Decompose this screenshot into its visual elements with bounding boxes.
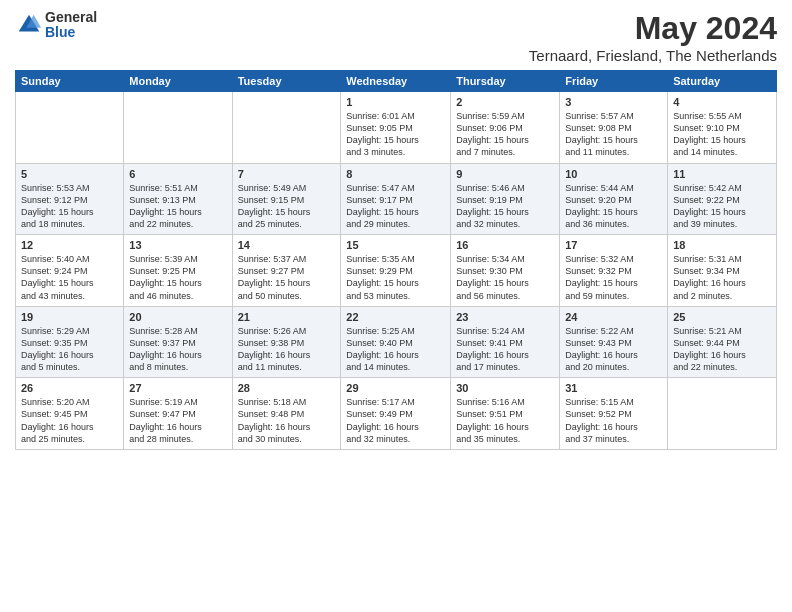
- day-number: 11: [673, 168, 771, 180]
- col-thursday: Thursday: [451, 71, 560, 92]
- day-info: Sunrise: 5:49 AM Sunset: 9:15 PM Dayligh…: [238, 182, 336, 231]
- day-info: Sunrise: 5:17 AM Sunset: 9:49 PM Dayligh…: [346, 396, 445, 445]
- day-info: Sunrise: 6:01 AM Sunset: 9:05 PM Dayligh…: [346, 110, 445, 159]
- day-number: 10: [565, 168, 662, 180]
- day-info: Sunrise: 5:20 AM Sunset: 9:45 PM Dayligh…: [21, 396, 118, 445]
- day-number: 28: [238, 382, 336, 394]
- calendar-cell: [232, 92, 341, 164]
- calendar-cell: 24Sunrise: 5:22 AM Sunset: 9:43 PM Dayli…: [560, 306, 668, 378]
- calendar-cell: 16Sunrise: 5:34 AM Sunset: 9:30 PM Dayli…: [451, 235, 560, 307]
- day-info: Sunrise: 5:55 AM Sunset: 9:10 PM Dayligh…: [673, 110, 771, 159]
- calendar-cell: 31Sunrise: 5:15 AM Sunset: 9:52 PM Dayli…: [560, 378, 668, 450]
- calendar-cell: 17Sunrise: 5:32 AM Sunset: 9:32 PM Dayli…: [560, 235, 668, 307]
- calendar-cell: 8Sunrise: 5:47 AM Sunset: 9:17 PM Daylig…: [341, 163, 451, 235]
- col-monday: Monday: [124, 71, 232, 92]
- day-number: 21: [238, 311, 336, 323]
- calendar-cell: 7Sunrise: 5:49 AM Sunset: 9:15 PM Daylig…: [232, 163, 341, 235]
- calendar-cell: 11Sunrise: 5:42 AM Sunset: 9:22 PM Dayli…: [668, 163, 777, 235]
- col-tuesday: Tuesday: [232, 71, 341, 92]
- calendar-cell: [668, 378, 777, 450]
- calendar-cell: 2Sunrise: 5:59 AM Sunset: 9:06 PM Daylig…: [451, 92, 560, 164]
- day-info: Sunrise: 5:26 AM Sunset: 9:38 PM Dayligh…: [238, 325, 336, 374]
- logo-icon: [15, 11, 43, 39]
- calendar-cell: 14Sunrise: 5:37 AM Sunset: 9:27 PM Dayli…: [232, 235, 341, 307]
- day-info: Sunrise: 5:15 AM Sunset: 9:52 PM Dayligh…: [565, 396, 662, 445]
- calendar-cell: 23Sunrise: 5:24 AM Sunset: 9:41 PM Dayli…: [451, 306, 560, 378]
- day-number: 25: [673, 311, 771, 323]
- calendar-cell: 29Sunrise: 5:17 AM Sunset: 9:49 PM Dayli…: [341, 378, 451, 450]
- day-info: Sunrise: 5:37 AM Sunset: 9:27 PM Dayligh…: [238, 253, 336, 302]
- day-info: Sunrise: 5:19 AM Sunset: 9:47 PM Dayligh…: [129, 396, 226, 445]
- day-info: Sunrise: 5:42 AM Sunset: 9:22 PM Dayligh…: [673, 182, 771, 231]
- day-number: 19: [21, 311, 118, 323]
- calendar-cell: 9Sunrise: 5:46 AM Sunset: 9:19 PM Daylig…: [451, 163, 560, 235]
- day-number: 8: [346, 168, 445, 180]
- day-info: Sunrise: 5:57 AM Sunset: 9:08 PM Dayligh…: [565, 110, 662, 159]
- day-info: Sunrise: 5:47 AM Sunset: 9:17 PM Dayligh…: [346, 182, 445, 231]
- day-number: 27: [129, 382, 226, 394]
- col-wednesday: Wednesday: [341, 71, 451, 92]
- day-number: 3: [565, 96, 662, 108]
- day-number: 17: [565, 239, 662, 251]
- day-info: Sunrise: 5:28 AM Sunset: 9:37 PM Dayligh…: [129, 325, 226, 374]
- day-number: 4: [673, 96, 771, 108]
- day-number: 22: [346, 311, 445, 323]
- day-number: 20: [129, 311, 226, 323]
- calendar-cell: 28Sunrise: 5:18 AM Sunset: 9:48 PM Dayli…: [232, 378, 341, 450]
- day-info: Sunrise: 5:32 AM Sunset: 9:32 PM Dayligh…: [565, 253, 662, 302]
- day-number: 12: [21, 239, 118, 251]
- col-sunday: Sunday: [16, 71, 124, 92]
- day-info: Sunrise: 5:39 AM Sunset: 9:25 PM Dayligh…: [129, 253, 226, 302]
- day-number: 6: [129, 168, 226, 180]
- day-info: Sunrise: 5:59 AM Sunset: 9:06 PM Dayligh…: [456, 110, 554, 159]
- day-number: 13: [129, 239, 226, 251]
- day-info: Sunrise: 5:44 AM Sunset: 9:20 PM Dayligh…: [565, 182, 662, 231]
- day-number: 16: [456, 239, 554, 251]
- calendar-cell: 4Sunrise: 5:55 AM Sunset: 9:10 PM Daylig…: [668, 92, 777, 164]
- logo-text: General Blue: [45, 10, 97, 41]
- calendar-cell: 5Sunrise: 5:53 AM Sunset: 9:12 PM Daylig…: [16, 163, 124, 235]
- calendar-cell: 1Sunrise: 6:01 AM Sunset: 9:05 PM Daylig…: [341, 92, 451, 164]
- day-number: 15: [346, 239, 445, 251]
- calendar-cell: 27Sunrise: 5:19 AM Sunset: 9:47 PM Dayli…: [124, 378, 232, 450]
- day-number: 18: [673, 239, 771, 251]
- day-number: 29: [346, 382, 445, 394]
- day-info: Sunrise: 5:25 AM Sunset: 9:40 PM Dayligh…: [346, 325, 445, 374]
- calendar-cell: 26Sunrise: 5:20 AM Sunset: 9:45 PM Dayli…: [16, 378, 124, 450]
- day-number: 1: [346, 96, 445, 108]
- day-number: 23: [456, 311, 554, 323]
- calendar-cell: 12Sunrise: 5:40 AM Sunset: 9:24 PM Dayli…: [16, 235, 124, 307]
- calendar-cell: [16, 92, 124, 164]
- calendar-week-1: 1Sunrise: 6:01 AM Sunset: 9:05 PM Daylig…: [16, 92, 777, 164]
- day-info: Sunrise: 5:40 AM Sunset: 9:24 PM Dayligh…: [21, 253, 118, 302]
- day-info: Sunrise: 5:22 AM Sunset: 9:43 PM Dayligh…: [565, 325, 662, 374]
- day-number: 26: [21, 382, 118, 394]
- day-info: Sunrise: 5:35 AM Sunset: 9:29 PM Dayligh…: [346, 253, 445, 302]
- day-info: Sunrise: 5:46 AM Sunset: 9:19 PM Dayligh…: [456, 182, 554, 231]
- title-block: May 2024 Ternaard, Friesland, The Nether…: [529, 10, 777, 64]
- day-info: Sunrise: 5:34 AM Sunset: 9:30 PM Dayligh…: [456, 253, 554, 302]
- calendar-cell: 30Sunrise: 5:16 AM Sunset: 9:51 PM Dayli…: [451, 378, 560, 450]
- calendar-cell: [124, 92, 232, 164]
- header-row: Sunday Monday Tuesday Wednesday Thursday…: [16, 71, 777, 92]
- calendar-cell: 22Sunrise: 5:25 AM Sunset: 9:40 PM Dayli…: [341, 306, 451, 378]
- day-info: Sunrise: 5:29 AM Sunset: 9:35 PM Dayligh…: [21, 325, 118, 374]
- day-number: 24: [565, 311, 662, 323]
- calendar-week-2: 5Sunrise: 5:53 AM Sunset: 9:12 PM Daylig…: [16, 163, 777, 235]
- calendar-cell: 10Sunrise: 5:44 AM Sunset: 9:20 PM Dayli…: [560, 163, 668, 235]
- day-info: Sunrise: 5:21 AM Sunset: 9:44 PM Dayligh…: [673, 325, 771, 374]
- header: General Blue May 2024 Ternaard, Frieslan…: [15, 10, 777, 64]
- day-number: 9: [456, 168, 554, 180]
- calendar-cell: 25Sunrise: 5:21 AM Sunset: 9:44 PM Dayli…: [668, 306, 777, 378]
- calendar-cell: 21Sunrise: 5:26 AM Sunset: 9:38 PM Dayli…: [232, 306, 341, 378]
- calendar-cell: 3Sunrise: 5:57 AM Sunset: 9:08 PM Daylig…: [560, 92, 668, 164]
- day-number: 7: [238, 168, 336, 180]
- calendar-week-3: 12Sunrise: 5:40 AM Sunset: 9:24 PM Dayli…: [16, 235, 777, 307]
- calendar-cell: 20Sunrise: 5:28 AM Sunset: 9:37 PM Dayli…: [124, 306, 232, 378]
- day-number: 14: [238, 239, 336, 251]
- calendar-cell: 15Sunrise: 5:35 AM Sunset: 9:29 PM Dayli…: [341, 235, 451, 307]
- calendar: Sunday Monday Tuesday Wednesday Thursday…: [15, 70, 777, 450]
- day-number: 5: [21, 168, 118, 180]
- page: General Blue May 2024 Ternaard, Frieslan…: [0, 0, 792, 612]
- day-info: Sunrise: 5:51 AM Sunset: 9:13 PM Dayligh…: [129, 182, 226, 231]
